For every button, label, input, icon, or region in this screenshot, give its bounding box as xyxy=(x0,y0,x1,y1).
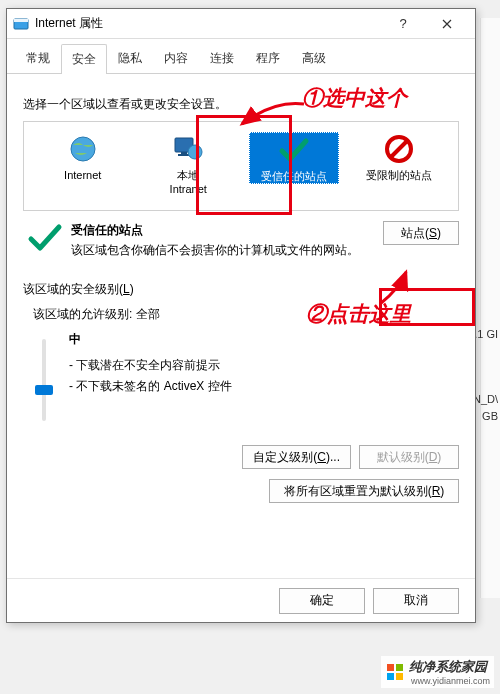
watermark-brand: 纯净系统家园 xyxy=(409,658,490,676)
zone-list: Internet 本地 Intranet 受信任的站点 xyxy=(23,121,459,211)
zone-label: 受信任的站点 xyxy=(250,169,338,183)
close-button[interactable] xyxy=(425,10,469,38)
tab-content[interactable]: 内容 xyxy=(153,43,199,73)
watermark: 纯净系统家园 www.yidianmei.com xyxy=(381,656,494,688)
zone-select-label: 选择一个区域以查看或更改安全设置。 xyxy=(23,96,459,113)
monitor-globe-icon xyxy=(170,134,206,164)
globe-icon xyxy=(65,134,101,164)
watermark-url: www.yidianmei.com xyxy=(411,676,490,686)
zone-desc-body: 该区域包含你确信不会损害你的计算机或文件的网站。 xyxy=(71,241,375,259)
cancel-button[interactable]: 取消 xyxy=(373,588,459,614)
bg-fragment: .1 GI xyxy=(474,328,498,340)
tab-bar: 常规 安全 隐私 内容 连接 程序 高级 xyxy=(7,39,475,74)
slider-thumb[interactable] xyxy=(35,385,53,395)
zone-label: Internet xyxy=(38,168,128,182)
svg-rect-12 xyxy=(396,673,403,680)
svg-rect-10 xyxy=(396,664,403,671)
sec-allow-levels: 该区域的允许级别: 全部 xyxy=(33,306,459,323)
security-level-slider[interactable] xyxy=(42,339,46,421)
sec-bullet: - 下载潜在不安全内容前提示 xyxy=(69,355,232,377)
reset-all-button[interactable]: 将所有区域重置为默认级别(R) xyxy=(269,479,459,503)
custom-level-button[interactable]: 自定义级别(C)... xyxy=(242,445,351,469)
tab-general[interactable]: 常规 xyxy=(15,43,61,73)
zone-internet[interactable]: Internet xyxy=(38,132,128,182)
tab-security[interactable]: 安全 xyxy=(61,44,107,74)
svg-rect-4 xyxy=(181,152,187,154)
background-window-strip xyxy=(480,18,500,598)
zone-description-row: 受信任的站点 该区域包含你确信不会损害你的计算机或文件的网站。 站点(S) xyxy=(23,221,459,259)
help-button[interactable]: ? xyxy=(381,10,425,38)
zone-restricted-sites[interactable]: 受限制的站点 xyxy=(354,132,444,182)
tab-programs[interactable]: 程序 xyxy=(245,43,291,73)
internet-properties-dialog: Internet 属性 ? 常规 安全 隐私 内容 连接 程序 高级 选择一个区… xyxy=(6,8,476,623)
internet-options-icon xyxy=(13,16,29,32)
tab-connections[interactable]: 连接 xyxy=(199,43,245,73)
zone-label: 受限制的站点 xyxy=(354,168,444,182)
window-title: Internet 属性 xyxy=(35,15,381,32)
tab-privacy[interactable]: 隐私 xyxy=(107,43,153,73)
svg-point-6 xyxy=(188,145,202,159)
checkmark-large-icon xyxy=(27,221,63,258)
sec-bullet: - 不下载未签名的 ActiveX 控件 xyxy=(69,376,232,398)
sec-level-value: 中 xyxy=(69,329,232,351)
sec-level-heading: 该区域的安全级别(L) xyxy=(23,281,459,298)
tab-content-panel: 选择一个区域以查看或更改安全设置。 Internet 本地 Intranet xyxy=(7,74,475,578)
bg-fragment: GB xyxy=(482,410,498,422)
svg-line-8 xyxy=(391,141,407,157)
security-level-section: 该区域的安全级别(L) 该区域的允许级别: 全部 中 - 下载潜在不安全内容前提… xyxy=(23,281,459,503)
tab-advanced[interactable]: 高级 xyxy=(291,43,337,73)
titlebar: Internet 属性 ? xyxy=(7,9,475,39)
bg-fragment: N_D\ xyxy=(473,393,498,405)
svg-point-2 xyxy=(71,137,95,161)
checkmark-icon xyxy=(276,135,312,165)
zone-description: 受信任的站点 该区域包含你确信不会损害你的计算机或文件的网站。 xyxy=(71,221,383,259)
watermark-logo-icon xyxy=(385,662,405,682)
zone-local-intranet[interactable]: 本地 Intranet xyxy=(143,132,233,197)
zone-desc-title: 受信任的站点 xyxy=(71,221,375,239)
svg-rect-11 xyxy=(387,673,394,680)
zone-trusted-sites[interactable]: 受信任的站点 xyxy=(249,132,339,184)
svg-rect-1 xyxy=(14,19,28,22)
zone-label: 本地 Intranet xyxy=(143,168,233,197)
no-entry-icon xyxy=(381,134,417,164)
svg-rect-9 xyxy=(387,664,394,671)
sites-button[interactable]: 站点(S) xyxy=(383,221,459,245)
default-level-button[interactable]: 默认级别(D) xyxy=(359,445,459,469)
ok-button[interactable]: 确定 xyxy=(279,588,365,614)
dialog-footer: 确定 取消 xyxy=(7,578,475,622)
